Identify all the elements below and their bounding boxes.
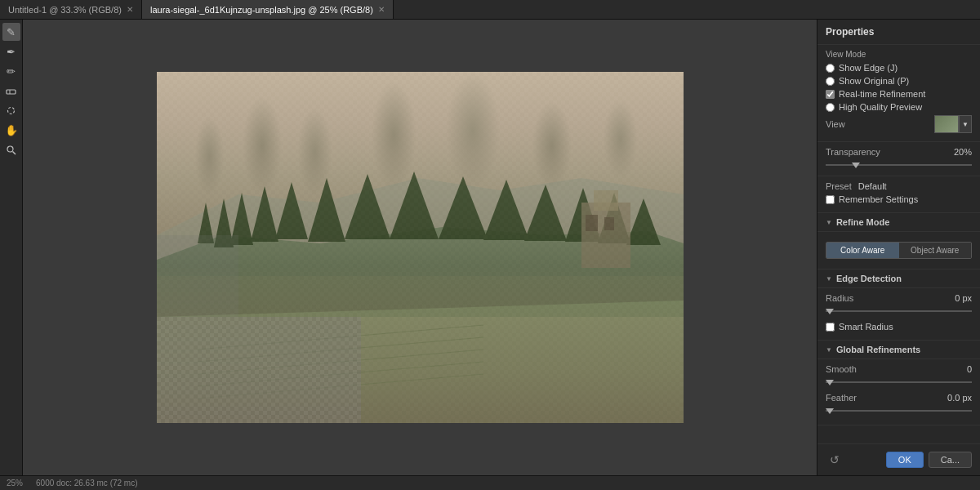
- smooth-slider[interactable]: [826, 376, 972, 388]
- svg-rect-28: [581, 203, 630, 268]
- footer-inner: ↺ OK Ca...: [826, 451, 972, 469]
- remember-settings-label: Remember Settings: [839, 194, 918, 204]
- show-edge-radio[interactable]: [826, 64, 835, 73]
- smooth-label: Smooth: [826, 364, 857, 374]
- svg-rect-30: [586, 215, 598, 231]
- transparency-track: [826, 164, 972, 166]
- remember-settings-checkbox[interactable]: [826, 195, 835, 204]
- transparency-section: Transparency 20%: [817, 142, 980, 176]
- toolbar: ✎ ✒ ✏ ✋: [0, 20, 23, 475]
- feather-row: Feather 0.0 px: [826, 393, 972, 403]
- object-aware-btn[interactable]: Object Aware: [899, 243, 972, 258]
- show-edge-label: Show Edge (J): [839, 63, 898, 73]
- pencil-tool[interactable]: ✏: [2, 62, 20, 80]
- high-quality-radio[interactable]: [826, 103, 835, 112]
- view-mode-label: View Mode: [826, 50, 972, 59]
- high-quality-row: High Quality Preview: [826, 102, 972, 112]
- high-quality-label: High Quality Preview: [839, 102, 922, 112]
- radius-thumb[interactable]: [826, 309, 834, 314]
- preset-section: Preset Default Remember Settings: [817, 176, 980, 213]
- refine-mode-collapse[interactable]: ▼ Refine Mode: [817, 213, 980, 232]
- svg-rect-0: [7, 90, 16, 94]
- smooth-row: Smooth 0: [826, 364, 972, 374]
- real-time-checkbox[interactable]: [826, 90, 835, 99]
- global-refinements-collapse[interactable]: ▼ Global Refinements: [817, 341, 980, 359]
- preset-row: Preset Default: [826, 181, 972, 191]
- transparency-value: 20%: [954, 147, 972, 157]
- footer-buttons: OK Ca...: [886, 452, 972, 468]
- smooth-value: 0: [967, 364, 972, 374]
- svg-rect-31: [604, 217, 614, 230]
- refine-mode-toggle-group: Color Aware Object Aware: [826, 242, 972, 259]
- transparency-slider[interactable]: [826, 159, 972, 171]
- global-refinements-section: Smooth 0 Feather 0.0 px: [817, 359, 980, 425]
- edge-detection-collapse[interactable]: ▼ Edge Detection: [817, 270, 980, 288]
- svg-rect-38: [157, 317, 361, 423]
- pen-tool[interactable]: ✒: [2, 42, 20, 60]
- tab-photo-label: laura-siegal-_6d1Kujnzug-unsplash.jpg @ …: [150, 5, 373, 15]
- radius-slider[interactable]: [826, 305, 972, 317]
- view-mode-section: View Mode Show Edge (J) Show Original (P…: [817, 45, 980, 142]
- zoom-tool[interactable]: [2, 140, 20, 158]
- refine-mode-title: Refine Mode: [836, 217, 889, 227]
- radius-value: 0 px: [955, 293, 972, 303]
- radius-row: Radius 0 px: [826, 293, 972, 303]
- refine-mode-arrow: ▼: [826, 219, 832, 226]
- brush-tool[interactable]: ✎: [2, 23, 20, 41]
- global-refinements-title: Global Refinements: [836, 345, 920, 354]
- transparency-row: Transparency 20%: [826, 147, 972, 157]
- edge-detection-arrow: ▼: [826, 275, 832, 283]
- smart-radius-row: Smart Radius: [826, 322, 972, 332]
- canvas-container: [157, 72, 684, 423]
- smooth-thumb[interactable]: [826, 380, 834, 385]
- svg-line-4: [13, 151, 16, 154]
- edge-detection-section: Radius 0 px Smart Radius: [817, 288, 980, 341]
- show-original-radio[interactable]: [826, 77, 835, 86]
- edge-detection-title: Edge Detection: [836, 274, 902, 283]
- canvas-area[interactable]: [23, 20, 817, 475]
- feather-track: [826, 410, 972, 412]
- feather-slider[interactable]: [826, 405, 972, 416]
- eraser-tool[interactable]: [2, 82, 20, 100]
- view-thumbnail[interactable]: [934, 115, 959, 133]
- properties-panel: Properties View Mode Show Edge (J) Show …: [817, 20, 980, 475]
- show-original-row: Show Original (P): [826, 76, 972, 86]
- smart-radius-label: Smart Radius: [839, 322, 893, 332]
- status-bar: 25% 6000 doc: 26.63 mc (72 mc): [0, 475, 980, 490]
- real-time-row: Real-time Refinement: [826, 89, 972, 99]
- radius-track: [826, 310, 972, 312]
- smart-radius-checkbox[interactable]: [826, 323, 835, 332]
- hand-tool[interactable]: ✋: [2, 121, 20, 139]
- global-refinements-arrow: ▼: [826, 346, 832, 354]
- reset-button[interactable]: ↺: [826, 451, 844, 469]
- color-aware-btn[interactable]: Color Aware: [826, 243, 899, 258]
- cancel-button[interactable]: Ca...: [929, 452, 972, 468]
- ok-button[interactable]: OK: [886, 452, 924, 468]
- smooth-track: [826, 381, 972, 383]
- radius-label: Radius: [826, 293, 853, 303]
- panel-footer: ↺ OK Ca...: [817, 443, 980, 475]
- svg-point-3: [7, 146, 13, 152]
- preset-label: Preset: [826, 181, 852, 191]
- transparency-thumb[interactable]: [852, 163, 860, 168]
- refine-mode-section: Color Aware Object Aware: [817, 232, 980, 270]
- show-edge-row: Show Edge (J): [826, 63, 972, 73]
- main-body: ✎ ✒ ✏ ✋: [0, 20, 980, 475]
- feather-label: Feather: [826, 393, 857, 403]
- preset-value: Default: [858, 181, 887, 191]
- tab-photo-close[interactable]: ✕: [378, 6, 385, 14]
- view-dropdown[interactable]: ▼: [959, 115, 972, 133]
- lasso-tool[interactable]: [2, 101, 20, 119]
- panel-title: Properties: [826, 26, 874, 38]
- view-label: View: [826, 119, 845, 129]
- transparency-label: Transparency: [826, 147, 880, 157]
- tab-untitled[interactable]: Untitled-1 @ 33.3% (RGB/8) ✕: [0, 0, 142, 19]
- tab-photo[interactable]: laura-siegal-_6d1Kujnzug-unsplash.jpg @ …: [142, 0, 394, 19]
- panel-header: Properties: [817, 20, 980, 45]
- feather-thumb[interactable]: [826, 408, 834, 414]
- feather-value: 0.0 px: [947, 393, 972, 403]
- svg-rect-29: [594, 190, 618, 211]
- tab-untitled-close[interactable]: ✕: [127, 6, 133, 14]
- dimensions: 6000 doc: 26.63 mc (72 mc): [36, 479, 138, 488]
- real-time-label: Real-time Refinement: [839, 89, 925, 99]
